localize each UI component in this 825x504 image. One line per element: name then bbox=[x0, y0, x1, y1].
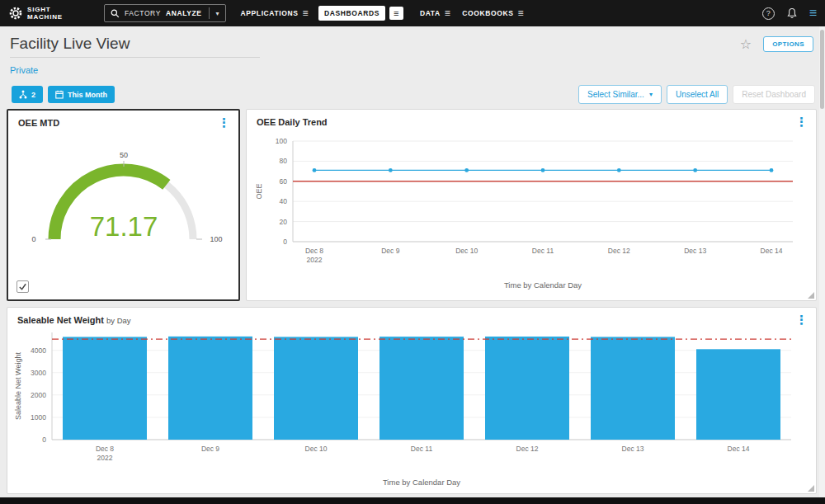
divider bbox=[209, 7, 210, 19]
svg-text:OEE: OEE bbox=[255, 183, 263, 199]
svg-text:0: 0 bbox=[31, 235, 35, 243]
svg-text:Dec 12: Dec 12 bbox=[516, 445, 539, 453]
factory-label: FACTORY bbox=[125, 9, 161, 17]
dashboards-menu-icon[interactable]: ≡ bbox=[389, 7, 403, 20]
nav-cookbooks[interactable]: COOKBOOKS ≡ bbox=[462, 7, 524, 19]
title-underline bbox=[10, 57, 260, 58]
svg-text:Dec 8: Dec 8 bbox=[305, 247, 323, 255]
saleable-net-weight-panel[interactable]: Saleable Net Weight by Day ⋮ 01000200030… bbox=[7, 307, 817, 494]
saleable-net-weight-chart: 01000200030004000Dec 82022Dec 9Dec 10Dec… bbox=[7, 326, 816, 494]
time-filter-button[interactable]: This Month bbox=[48, 86, 115, 103]
svg-text:40: 40 bbox=[280, 197, 288, 205]
nav-dashboards[interactable]: DASHBOARDS ≡ bbox=[318, 6, 403, 21]
oee-gauge-chart: 05010071.17 bbox=[8, 135, 238, 266]
svg-text:2022: 2022 bbox=[97, 454, 113, 462]
data-menu-icon[interactable]: ≡ bbox=[445, 7, 451, 19]
panel-menu-icon[interactable]: ⋮ bbox=[795, 115, 808, 128]
unselect-all-button[interactable]: Unselect All bbox=[667, 85, 728, 104]
svg-text:Dec 14: Dec 14 bbox=[728, 445, 750, 453]
panel-select-checkbox[interactable] bbox=[16, 280, 29, 293]
svg-text:60: 60 bbox=[280, 177, 288, 186]
svg-text:2022: 2022 bbox=[307, 256, 323, 264]
help-icon[interactable]: ? bbox=[762, 7, 775, 20]
factory-analyze-selector[interactable]: FACTORY ANALYZE ▾ bbox=[104, 4, 226, 22]
data-label: DATA bbox=[420, 9, 441, 17]
svg-text:Time by Calendar Day: Time by Calendar Day bbox=[383, 478, 460, 487]
sightmachine-logo-icon bbox=[8, 6, 23, 21]
svg-text:71.17: 71.17 bbox=[89, 211, 158, 242]
svg-text:0: 0 bbox=[42, 436, 46, 444]
scrollbar-thumb[interactable] bbox=[820, 30, 824, 109]
reset-dashboard-button: Reset Dashboard bbox=[733, 85, 815, 104]
svg-text:Dec 14: Dec 14 bbox=[761, 247, 783, 255]
nav-applications[interactable]: APPLICATIONS ≡ bbox=[241, 7, 309, 19]
panel-head: Saleable Net Weight by Day ⋮ bbox=[7, 308, 816, 326]
panel-menu-icon[interactable]: ⋮ bbox=[218, 116, 230, 129]
notifications-bell-icon[interactable] bbox=[786, 7, 798, 20]
main-menu-icon[interactable]: ≡ bbox=[809, 7, 817, 20]
svg-text:4000: 4000 bbox=[31, 346, 46, 355]
applications-menu-icon[interactable]: ≡ bbox=[302, 7, 309, 19]
options-button[interactable]: OPTIONS bbox=[763, 36, 813, 52]
svg-text:0: 0 bbox=[283, 238, 287, 246]
panel-title-sub: by Day bbox=[106, 316, 131, 325]
cookbooks-label: COOKBOOKS bbox=[462, 9, 513, 17]
select-similar-label: Select Similar... bbox=[587, 90, 644, 99]
brand-line1: SIGHT bbox=[27, 6, 63, 13]
chevron-down-icon: ▾ bbox=[649, 91, 653, 98]
toolbar-right: Select Similar... ▾ Unselect All Reset D… bbox=[578, 85, 815, 104]
panel-head: OEE Daily Trend ⋮ bbox=[247, 110, 816, 128]
svg-text:2000: 2000 bbox=[31, 391, 46, 399]
selected-widgets-button[interactable]: 2 bbox=[12, 86, 43, 103]
favorite-star-icon[interactable]: ☆ bbox=[740, 36, 752, 52]
check-icon bbox=[18, 282, 27, 291]
nav-data[interactable]: DATA ≡ bbox=[420, 7, 450, 19]
panel-title: Saleable Net Weight by Day bbox=[17, 315, 131, 325]
svg-text:Dec 9: Dec 9 bbox=[381, 247, 399, 255]
svg-text:Dec 13: Dec 13 bbox=[684, 247, 706, 255]
hierarchy-icon bbox=[19, 90, 27, 99]
panel-menu-icon[interactable]: ⋮ bbox=[795, 313, 808, 326]
resize-handle[interactable] bbox=[808, 292, 814, 299]
navbar-right: ? ≡ bbox=[762, 7, 817, 20]
svg-text:Dec 10: Dec 10 bbox=[455, 247, 478, 255]
svg-text:1000: 1000 bbox=[31, 413, 46, 422]
time-filter-label: This Month bbox=[68, 91, 107, 99]
svg-text:Dec 8: Dec 8 bbox=[96, 445, 114, 453]
page-title: Facility Live View bbox=[10, 35, 813, 53]
svg-text:Dec 10: Dec 10 bbox=[305, 445, 328, 453]
resize-handle[interactable] bbox=[808, 485, 814, 492]
vertical-scrollbar[interactable] bbox=[819, 26, 825, 497]
brand-text: SIGHT MACHINE bbox=[27, 6, 63, 21]
svg-text:Dec 9: Dec 9 bbox=[201, 445, 219, 453]
footer-bar bbox=[0, 497, 825, 504]
brand-line2: MACHINE bbox=[27, 13, 63, 21]
sightmachine-brand[interactable]: SIGHT MACHINE bbox=[8, 6, 63, 21]
svg-text:Time by Calendar Day: Time by Calendar Day bbox=[504, 280, 582, 290]
svg-text:100: 100 bbox=[210, 235, 222, 243]
svg-text:100: 100 bbox=[276, 137, 287, 145]
privacy-link[interactable]: Private bbox=[10, 65, 38, 75]
panel-title-main: Saleable Net Weight bbox=[17, 315, 104, 325]
svg-text:Saleable Net Weight: Saleable Net Weight bbox=[14, 352, 22, 420]
oee-daily-trend-panel[interactable]: OEE Daily Trend ⋮ 020406080100Dec 82022D… bbox=[246, 109, 817, 301]
oee-mtd-panel[interactable]: OEE MTD ⋮ 05010071.17 bbox=[7, 109, 240, 301]
svg-text:3000: 3000 bbox=[31, 369, 46, 377]
top-navbar: SIGHT MACHINE FACTORY ANALYZE ▾ APPLICAT… bbox=[0, 0, 825, 26]
applications-label: APPLICATIONS bbox=[241, 9, 299, 17]
svg-text:50: 50 bbox=[119, 151, 127, 159]
dashboard-grid: OEE MTD ⋮ 05010071.17 OEE Daily Trend ⋮ … bbox=[7, 109, 817, 494]
panel-head: OEE MTD ⋮ bbox=[8, 111, 238, 129]
svg-text:Dec 13: Dec 13 bbox=[622, 445, 644, 453]
calendar-icon bbox=[55, 90, 64, 99]
search-icon bbox=[111, 9, 120, 18]
panel-title: OEE Daily Trend bbox=[257, 117, 328, 127]
select-similar-dropdown[interactable]: Select Similar... ▾ bbox=[578, 85, 662, 104]
panel-title: OEE MTD bbox=[18, 118, 59, 128]
svg-text:Dec 11: Dec 11 bbox=[532, 247, 554, 255]
dashboards-label[interactable]: DASHBOARDS bbox=[318, 6, 385, 21]
page-header: Facility Live View Private ☆ OPTIONS bbox=[0, 26, 825, 77]
cookbooks-menu-icon[interactable]: ≡ bbox=[517, 7, 524, 19]
header-actions: ☆ OPTIONS bbox=[740, 36, 813, 52]
svg-text:20: 20 bbox=[280, 218, 288, 226]
